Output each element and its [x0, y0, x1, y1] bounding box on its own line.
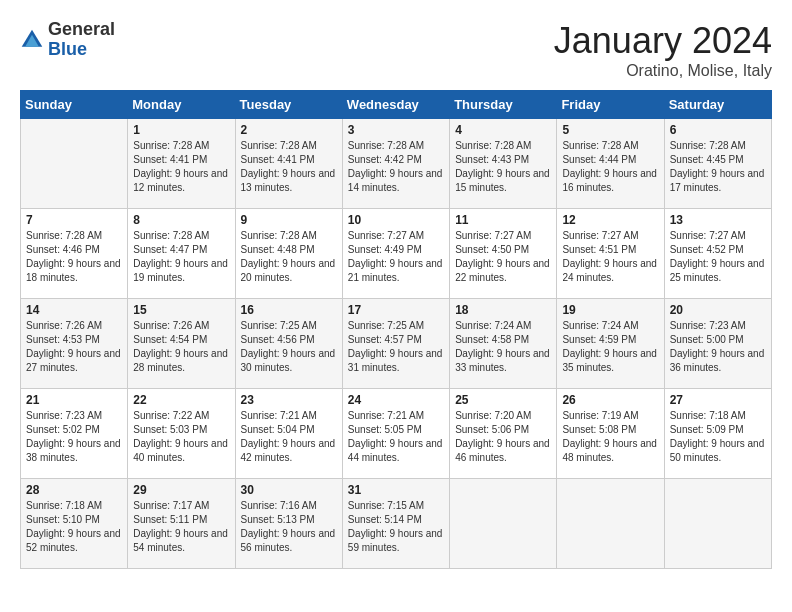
- day-info: Sunrise: 7:26 AMSunset: 4:53 PMDaylight:…: [26, 319, 122, 375]
- day-number: 15: [133, 303, 229, 317]
- day-cell: 15Sunrise: 7:26 AMSunset: 4:54 PMDayligh…: [128, 299, 235, 389]
- day-cell: 26Sunrise: 7:19 AMSunset: 5:08 PMDayligh…: [557, 389, 664, 479]
- day-number: 26: [562, 393, 658, 407]
- day-number: 23: [241, 393, 337, 407]
- header-cell-wednesday: Wednesday: [342, 91, 449, 119]
- header-cell-friday: Friday: [557, 91, 664, 119]
- calendar-table: SundayMondayTuesdayWednesdayThursdayFrid…: [20, 90, 772, 569]
- header-cell-sunday: Sunday: [21, 91, 128, 119]
- day-info: Sunrise: 7:27 AMSunset: 4:52 PMDaylight:…: [670, 229, 766, 285]
- day-cell: [450, 479, 557, 569]
- day-info: Sunrise: 7:15 AMSunset: 5:14 PMDaylight:…: [348, 499, 444, 555]
- day-cell: [557, 479, 664, 569]
- day-number: 13: [670, 213, 766, 227]
- day-number: 7: [26, 213, 122, 227]
- day-cell: 7Sunrise: 7:28 AMSunset: 4:46 PMDaylight…: [21, 209, 128, 299]
- day-number: 31: [348, 483, 444, 497]
- day-number: 19: [562, 303, 658, 317]
- day-cell: 19Sunrise: 7:24 AMSunset: 4:59 PMDayligh…: [557, 299, 664, 389]
- day-cell: 31Sunrise: 7:15 AMSunset: 5:14 PMDayligh…: [342, 479, 449, 569]
- week-row-3: 14Sunrise: 7:26 AMSunset: 4:53 PMDayligh…: [21, 299, 772, 389]
- logo: General Blue: [20, 20, 115, 60]
- day-cell: [21, 119, 128, 209]
- day-info: Sunrise: 7:22 AMSunset: 5:03 PMDaylight:…: [133, 409, 229, 465]
- location: Oratino, Molise, Italy: [554, 62, 772, 80]
- day-cell: 24Sunrise: 7:21 AMSunset: 5:05 PMDayligh…: [342, 389, 449, 479]
- day-cell: 16Sunrise: 7:25 AMSunset: 4:56 PMDayligh…: [235, 299, 342, 389]
- day-cell: 12Sunrise: 7:27 AMSunset: 4:51 PMDayligh…: [557, 209, 664, 299]
- day-info: Sunrise: 7:23 AMSunset: 5:02 PMDaylight:…: [26, 409, 122, 465]
- title-block: January 2024 Oratino, Molise, Italy: [554, 20, 772, 80]
- day-info: Sunrise: 7:26 AMSunset: 4:54 PMDaylight:…: [133, 319, 229, 375]
- day-number: 2: [241, 123, 337, 137]
- header-cell-tuesday: Tuesday: [235, 91, 342, 119]
- day-number: 10: [348, 213, 444, 227]
- day-number: 30: [241, 483, 337, 497]
- day-info: Sunrise: 7:23 AMSunset: 5:00 PMDaylight:…: [670, 319, 766, 375]
- day-number: 11: [455, 213, 551, 227]
- day-cell: 4Sunrise: 7:28 AMSunset: 4:43 PMDaylight…: [450, 119, 557, 209]
- day-info: Sunrise: 7:28 AMSunset: 4:43 PMDaylight:…: [455, 139, 551, 195]
- day-cell: 1Sunrise: 7:28 AMSunset: 4:41 PMDaylight…: [128, 119, 235, 209]
- day-number: 8: [133, 213, 229, 227]
- month-title: January 2024: [554, 20, 772, 62]
- page-header: General Blue January 2024 Oratino, Molis…: [20, 20, 772, 80]
- day-number: 16: [241, 303, 337, 317]
- day-info: Sunrise: 7:25 AMSunset: 4:56 PMDaylight:…: [241, 319, 337, 375]
- day-info: Sunrise: 7:16 AMSunset: 5:13 PMDaylight:…: [241, 499, 337, 555]
- day-number: 22: [133, 393, 229, 407]
- day-cell: 18Sunrise: 7:24 AMSunset: 4:58 PMDayligh…: [450, 299, 557, 389]
- day-info: Sunrise: 7:24 AMSunset: 4:58 PMDaylight:…: [455, 319, 551, 375]
- day-cell: 21Sunrise: 7:23 AMSunset: 5:02 PMDayligh…: [21, 389, 128, 479]
- day-info: Sunrise: 7:28 AMSunset: 4:46 PMDaylight:…: [26, 229, 122, 285]
- header-row: SundayMondayTuesdayWednesdayThursdayFrid…: [21, 91, 772, 119]
- day-cell: [664, 479, 771, 569]
- day-number: 1: [133, 123, 229, 137]
- day-info: Sunrise: 7:28 AMSunset: 4:41 PMDaylight:…: [241, 139, 337, 195]
- day-info: Sunrise: 7:17 AMSunset: 5:11 PMDaylight:…: [133, 499, 229, 555]
- week-row-4: 21Sunrise: 7:23 AMSunset: 5:02 PMDayligh…: [21, 389, 772, 479]
- day-number: 3: [348, 123, 444, 137]
- day-cell: 28Sunrise: 7:18 AMSunset: 5:10 PMDayligh…: [21, 479, 128, 569]
- day-cell: 11Sunrise: 7:27 AMSunset: 4:50 PMDayligh…: [450, 209, 557, 299]
- day-info: Sunrise: 7:28 AMSunset: 4:44 PMDaylight:…: [562, 139, 658, 195]
- day-number: 5: [562, 123, 658, 137]
- day-cell: 5Sunrise: 7:28 AMSunset: 4:44 PMDaylight…: [557, 119, 664, 209]
- day-cell: 25Sunrise: 7:20 AMSunset: 5:06 PMDayligh…: [450, 389, 557, 479]
- day-info: Sunrise: 7:28 AMSunset: 4:48 PMDaylight:…: [241, 229, 337, 285]
- day-info: Sunrise: 7:25 AMSunset: 4:57 PMDaylight:…: [348, 319, 444, 375]
- week-row-1: 1Sunrise: 7:28 AMSunset: 4:41 PMDaylight…: [21, 119, 772, 209]
- day-number: 9: [241, 213, 337, 227]
- header-cell-saturday: Saturday: [664, 91, 771, 119]
- day-number: 29: [133, 483, 229, 497]
- day-info: Sunrise: 7:18 AMSunset: 5:09 PMDaylight:…: [670, 409, 766, 465]
- day-cell: 20Sunrise: 7:23 AMSunset: 5:00 PMDayligh…: [664, 299, 771, 389]
- day-info: Sunrise: 7:20 AMSunset: 5:06 PMDaylight:…: [455, 409, 551, 465]
- day-cell: 22Sunrise: 7:22 AMSunset: 5:03 PMDayligh…: [128, 389, 235, 479]
- day-cell: 8Sunrise: 7:28 AMSunset: 4:47 PMDaylight…: [128, 209, 235, 299]
- logo-general: General: [48, 19, 115, 39]
- day-cell: 6Sunrise: 7:28 AMSunset: 4:45 PMDaylight…: [664, 119, 771, 209]
- day-number: 17: [348, 303, 444, 317]
- day-info: Sunrise: 7:28 AMSunset: 4:41 PMDaylight:…: [133, 139, 229, 195]
- day-info: Sunrise: 7:27 AMSunset: 4:49 PMDaylight:…: [348, 229, 444, 285]
- day-cell: 13Sunrise: 7:27 AMSunset: 4:52 PMDayligh…: [664, 209, 771, 299]
- day-cell: 3Sunrise: 7:28 AMSunset: 4:42 PMDaylight…: [342, 119, 449, 209]
- day-info: Sunrise: 7:21 AMSunset: 5:04 PMDaylight:…: [241, 409, 337, 465]
- logo-icon: [20, 28, 44, 52]
- week-row-2: 7Sunrise: 7:28 AMSunset: 4:46 PMDaylight…: [21, 209, 772, 299]
- header-cell-monday: Monday: [128, 91, 235, 119]
- day-info: Sunrise: 7:19 AMSunset: 5:08 PMDaylight:…: [562, 409, 658, 465]
- day-number: 27: [670, 393, 766, 407]
- day-number: 20: [670, 303, 766, 317]
- day-number: 14: [26, 303, 122, 317]
- day-info: Sunrise: 7:21 AMSunset: 5:05 PMDaylight:…: [348, 409, 444, 465]
- header-cell-thursday: Thursday: [450, 91, 557, 119]
- day-cell: 27Sunrise: 7:18 AMSunset: 5:09 PMDayligh…: [664, 389, 771, 479]
- day-number: 24: [348, 393, 444, 407]
- day-number: 28: [26, 483, 122, 497]
- logo-blue: Blue: [48, 39, 87, 59]
- day-info: Sunrise: 7:27 AMSunset: 4:50 PMDaylight:…: [455, 229, 551, 285]
- day-cell: 23Sunrise: 7:21 AMSunset: 5:04 PMDayligh…: [235, 389, 342, 479]
- day-cell: 9Sunrise: 7:28 AMSunset: 4:48 PMDaylight…: [235, 209, 342, 299]
